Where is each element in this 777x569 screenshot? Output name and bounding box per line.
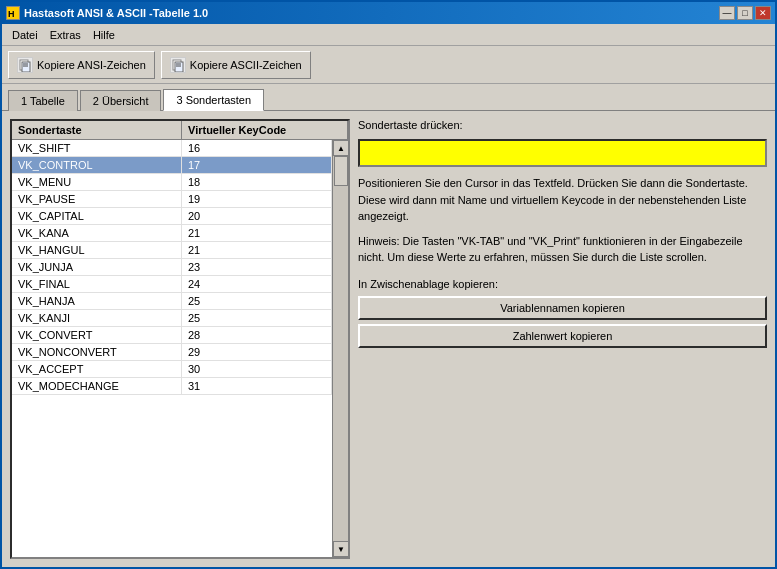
cell-code: 25 <box>182 310 332 326</box>
scroll-thumb[interactable] <box>334 156 348 186</box>
close-button[interactable]: ✕ <box>755 6 771 20</box>
table-row[interactable]: VK_ACCEPT 30 <box>12 361 332 378</box>
table-row[interactable]: VK_CAPITAL 20 <box>12 208 332 225</box>
menu-bar: Datei Extras Hilfe <box>2 24 775 46</box>
description-text-2: Hinweis: Die Tasten "VK-TAB" und "VK_Pri… <box>358 233 767 266</box>
table-container: Sondertaste Virtueller KeyCode VK_SHIFT … <box>10 119 350 559</box>
cell-code: 31 <box>182 378 332 394</box>
cell-code: 30 <box>182 361 332 377</box>
table-row[interactable]: VK_HANGUL 21 <box>12 242 332 259</box>
cell-code: 23 <box>182 259 332 275</box>
cell-name: VK_FINAL <box>12 276 182 292</box>
app-icon: H <box>6 6 20 20</box>
table-row[interactable]: VK_KANJI 25 <box>12 310 332 327</box>
cell-code: 25 <box>182 293 332 309</box>
table-row[interactable]: VK_CONVERT 28 <box>12 327 332 344</box>
menu-extras[interactable]: Extras <box>44 27 87 43</box>
cell-name: VK_NONCONVERT <box>12 344 182 360</box>
main-window: H Hastasoft ANSI & ASCII -Tabelle 1.0 — … <box>0 0 777 569</box>
cell-name: VK_KANJI <box>12 310 182 326</box>
menu-hilfe[interactable]: Hilfe <box>87 27 121 43</box>
description-text-1: Positionieren Sie den Cursor in das Text… <box>358 175 767 225</box>
table-row[interactable]: VK_CONTROL 17 <box>12 157 332 174</box>
cell-code: 21 <box>182 242 332 258</box>
tab-tabelle[interactable]: 1 Tabelle <box>8 90 78 111</box>
key-label: Sondertaste drücken: <box>358 119 767 131</box>
copy-ansi-label: Kopiere ANSI-Zeichen <box>37 59 146 71</box>
menu-datei[interactable]: Datei <box>6 27 44 43</box>
content-area: Sondertaste Virtueller KeyCode VK_SHIFT … <box>2 110 775 567</box>
copy-ansi-icon <box>17 57 33 73</box>
cell-code: 16 <box>182 140 332 156</box>
copy-ascii-button[interactable]: Kopiere ASCII-Zeichen <box>161 51 311 79</box>
cell-name: VK_CAPITAL <box>12 208 182 224</box>
table-header: Sondertaste Virtueller KeyCode <box>12 121 348 140</box>
window-title: Hastasoft ANSI & ASCII -Tabelle 1.0 <box>24 7 208 19</box>
key-input[interactable] <box>358 139 767 167</box>
title-buttons: — □ ✕ <box>719 6 771 20</box>
toolbar: Kopiere ANSI-Zeichen Kopiere ASCII-Zeich… <box>2 46 775 84</box>
table-row[interactable]: VK_NONCONVERT 29 <box>12 344 332 361</box>
title-bar: H Hastasoft ANSI & ASCII -Tabelle 1.0 — … <box>2 2 775 24</box>
tab-sondertasten[interactable]: 3 Sondertasten <box>163 89 264 111</box>
cell-name: VK_HANGUL <box>12 242 182 258</box>
clipboard-label: In Zwischenablage kopieren: <box>358 278 767 290</box>
cell-name: VK_MENU <box>12 174 182 190</box>
cell-code: 18 <box>182 174 332 190</box>
cell-name: VK_SHIFT <box>12 140 182 156</box>
tabs-container: 1 Tabelle 2 Übersicht 3 Sondertasten <box>2 84 775 110</box>
right-panel: Sondertaste drücken: Positionieren Sie d… <box>358 119 767 559</box>
cell-name: VK_CONVERT <box>12 327 182 343</box>
cell-name: VK_HANJA <box>12 293 182 309</box>
tab-uebersicht[interactable]: 2 Übersicht <box>80 90 162 111</box>
copy-numval-button[interactable]: Zahlenwert kopieren <box>358 324 767 348</box>
cell-name: VK_MODECHANGE <box>12 378 182 394</box>
cell-name: VK_JUNJA <box>12 259 182 275</box>
scroll-down-button[interactable]: ▼ <box>333 541 348 557</box>
table-row[interactable]: VK_PAUSE 19 <box>12 191 332 208</box>
maximize-button[interactable]: □ <box>737 6 753 20</box>
table-row[interactable]: VK_FINAL 24 <box>12 276 332 293</box>
scroll-track <box>333 156 348 541</box>
header-sondertaste: Sondertaste <box>12 121 182 139</box>
scroll-up-button[interactable]: ▲ <box>333 140 348 156</box>
table-row[interactable]: VK_MENU 18 <box>12 174 332 191</box>
left-panel: Sondertaste Virtueller KeyCode VK_SHIFT … <box>10 119 350 559</box>
cell-code: 17 <box>182 157 332 173</box>
table-row[interactable]: VK_KANA 21 <box>12 225 332 242</box>
copy-ascii-icon <box>170 57 186 73</box>
cell-code: 20 <box>182 208 332 224</box>
copy-ansi-button[interactable]: Kopiere ANSI-Zeichen <box>8 51 155 79</box>
title-bar-left: H Hastasoft ANSI & ASCII -Tabelle 1.0 <box>6 6 208 20</box>
minimize-button[interactable]: — <box>719 6 735 20</box>
table-scroll-area: VK_SHIFT 16 VK_CONTROL 17 VK_MENU 18 VK_… <box>12 140 348 557</box>
scrollbar[interactable]: ▲ ▼ <box>332 140 348 557</box>
table-row[interactable]: VK_JUNJA 23 <box>12 259 332 276</box>
copy-varname-button[interactable]: Variablennamen kopieren <box>358 296 767 320</box>
svg-text:H: H <box>8 9 15 19</box>
cell-name: VK_KANA <box>12 225 182 241</box>
header-keycode: Virtueller KeyCode <box>182 121 348 139</box>
cell-name: VK_ACCEPT <box>12 361 182 377</box>
cell-code: 28 <box>182 327 332 343</box>
cell-code: 24 <box>182 276 332 292</box>
clipboard-section: In Zwischenablage kopieren: Variablennam… <box>358 278 767 352</box>
cell-name: VK_CONTROL <box>12 157 182 173</box>
table-row[interactable]: VK_SHIFT 16 <box>12 140 332 157</box>
cell-name: VK_PAUSE <box>12 191 182 207</box>
cell-code: 21 <box>182 225 332 241</box>
cell-code: 29 <box>182 344 332 360</box>
table-row[interactable]: VK_HANJA 25 <box>12 293 332 310</box>
table-row[interactable]: VK_MODECHANGE 31 <box>12 378 332 395</box>
cell-code: 19 <box>182 191 332 207</box>
copy-ascii-label: Kopiere ASCII-Zeichen <box>190 59 302 71</box>
table-body: VK_SHIFT 16 VK_CONTROL 17 VK_MENU 18 VK_… <box>12 140 332 557</box>
